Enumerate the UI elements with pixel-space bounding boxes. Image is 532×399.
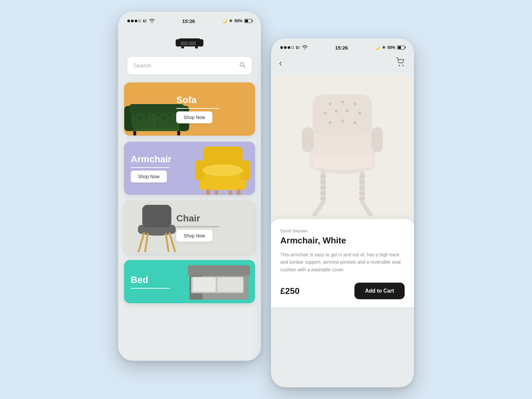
search-bar[interactable]: Search (127, 57, 252, 74)
signal-dots-right (280, 46, 294, 49)
svg-point-58 (341, 119, 344, 122)
armchair-title: Armchair (131, 154, 196, 165)
svg-point-53 (324, 112, 327, 115)
category-card-bed[interactable]: Bed (124, 260, 255, 303)
category-card-sofa[interactable]: Sofa Shop Now (124, 82, 255, 136)
svg-point-57 (329, 121, 332, 124)
sofa-underline (176, 108, 219, 109)
svg-point-27 (202, 164, 243, 176)
wifi-icon-right (302, 45, 308, 51)
svg-rect-12 (130, 104, 184, 114)
svg-rect-34 (142, 205, 172, 227)
svg-point-66 (320, 180, 327, 184)
status-right-left: 🌙 ✳ 50% (222, 19, 252, 23)
svg-rect-21 (133, 131, 136, 135)
svg-rect-60 (302, 127, 314, 152)
svg-point-15 (139, 117, 142, 120)
svg-point-51 (341, 100, 344, 103)
battery-icon (244, 19, 252, 23)
svg-rect-30 (228, 190, 232, 195)
dot2 (131, 20, 134, 22)
white-armchair-svg (293, 81, 392, 220)
svg-point-68 (320, 192, 327, 195)
time-display-right: 15:26 (335, 45, 348, 51)
svg-rect-31 (236, 189, 240, 195)
svg-point-45 (399, 65, 400, 66)
svg-point-46 (402, 65, 404, 66)
right-phone: El 15:26 🌙 ✳ 50% ‹ (271, 38, 414, 387)
sofa-shop-btn[interactable]: Shop Now (176, 111, 212, 123)
svg-point-8 (240, 63, 244, 66)
svg-rect-63 (313, 155, 372, 168)
svg-line-38 (166, 234, 169, 251)
svg-point-50 (329, 102, 332, 105)
svg-line-35 (139, 233, 144, 251)
detail-nav: ‹ (271, 54, 414, 74)
svg-rect-28 (206, 189, 210, 195)
dot3 (135, 20, 137, 22)
sofa-title: Sofa (176, 95, 248, 105)
status-bar-left: El 15:26 🌙 ✳ 50% (118, 12, 261, 28)
svg-point-59 (353, 121, 356, 124)
left-phone-content: Search (118, 28, 261, 361)
svg-point-18 (163, 117, 165, 120)
bed-image-container (186, 260, 252, 303)
svg-point-67 (320, 186, 327, 190)
armchair-image-container (189, 142, 255, 195)
armchair-card-text: Armchair Shop Now (131, 142, 196, 195)
category-card-armchair[interactable]: Armchair Shop Now (124, 142, 255, 195)
search-placeholder: Search (133, 63, 239, 69)
svg-point-56 (358, 112, 361, 115)
app-logo (118, 28, 261, 57)
left-phone: El 15:26 🌙 ✳ 50% (118, 12, 261, 361)
svg-point-54 (335, 109, 338, 112)
product-image-area (271, 74, 414, 227)
carrier-label: El (143, 19, 146, 23)
phones-container: El 15:26 🌙 ✳ 50% (118, 12, 414, 387)
svg-line-77 (362, 202, 370, 215)
back-button[interactable]: ‹ (279, 58, 282, 68)
time-display-left: 15:26 (182, 18, 195, 24)
bed-underline (131, 288, 170, 289)
dot4r (291, 46, 294, 49)
svg-point-65 (320, 175, 327, 178)
svg-point-20 (158, 114, 160, 116)
armchair-shop-btn[interactable]: Shop Now (131, 171, 167, 183)
product-description: This armchair is easy to get in and out … (280, 251, 405, 273)
sofa-card-text: Sofa Shop Now (176, 82, 248, 136)
add-to-cart-button[interactable]: Add to Cart (354, 283, 405, 299)
category-card-chair[interactable]: Chair Shop Now (124, 201, 255, 254)
wifi-icon (149, 18, 155, 24)
product-title: Armchair, White (280, 235, 405, 246)
chair-shop-btn[interactable]: Shop Now (176, 230, 212, 242)
logo-svg (173, 34, 206, 50)
armchair-svg (190, 142, 255, 195)
svg-rect-61 (371, 127, 383, 152)
svg-point-55 (345, 109, 348, 112)
category-cards: Sofa Shop Now Armchair Shop Now (118, 82, 261, 303)
svg-point-17 (134, 114, 136, 116)
carrier-label-right: El (296, 46, 299, 50)
buy-row: £250 Add to Cart (280, 283, 405, 299)
dot1 (127, 20, 130, 22)
moon-icon: 🌙 (222, 19, 227, 23)
svg-rect-3 (179, 39, 200, 42)
svg-line-36 (145, 234, 148, 251)
svg-point-73 (359, 186, 365, 190)
svg-point-52 (353, 102, 356, 105)
battery-percent: 50% (234, 19, 242, 23)
chair-underline (176, 226, 219, 227)
search-icon (239, 62, 246, 70)
cart-icon (396, 58, 406, 67)
status-bar-right: El 15:26 🌙 ✳ 50% (271, 38, 414, 54)
svg-point-71 (359, 175, 365, 178)
chair-title: Chair (176, 213, 248, 224)
svg-rect-43 (218, 277, 243, 292)
svg-line-76 (315, 202, 323, 215)
svg-rect-44 (188, 265, 250, 276)
cart-button[interactable] (396, 58, 406, 69)
dot4 (138, 20, 141, 22)
bluetooth-icon-right: ✳ (382, 45, 385, 50)
svg-rect-29 (215, 190, 218, 195)
dot2r (284, 46, 287, 49)
